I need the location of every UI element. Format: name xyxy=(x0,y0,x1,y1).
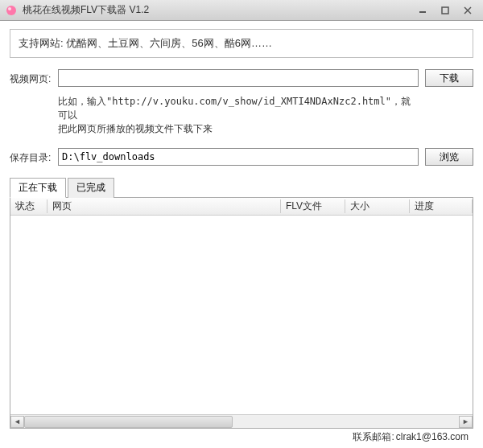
horizontal-scrollbar[interactable]: ◄ ► xyxy=(10,414,473,428)
maximize-button[interactable] xyxy=(435,3,456,18)
supported-sites-box: 支持网站: 优酷网、土豆网、六间房、56网、酷6网…… xyxy=(10,29,473,58)
browse-button[interactable]: 浏览 xyxy=(425,148,473,166)
table-header: 状态 网页 FLV文件 大小 进度 xyxy=(10,198,473,216)
downloads-table: 状态 网页 FLV文件 大小 进度 ◄ ► xyxy=(10,198,473,429)
close-button[interactable] xyxy=(457,3,478,18)
scroll-thumb[interactable] xyxy=(24,416,233,428)
th-webpage[interactable]: 网页 xyxy=(47,199,281,213)
scroll-left-arrow[interactable]: ◄ xyxy=(10,416,24,428)
minimize-button[interactable] xyxy=(412,3,433,18)
tab-bar: 正在下载 已完成 xyxy=(10,177,473,198)
svg-point-0 xyxy=(6,6,16,15)
th-status[interactable]: 状态 xyxy=(10,199,47,213)
download-button[interactable]: 下载 xyxy=(425,69,473,87)
video-url-input[interactable] xyxy=(58,69,419,87)
svg-point-1 xyxy=(8,7,11,10)
save-dir-input[interactable] xyxy=(58,148,419,166)
th-size[interactable]: 大小 xyxy=(345,199,410,213)
title-bar: 桃花在线视频FLV下载器 V1.2 xyxy=(0,0,483,21)
save-dir-label: 保存目录: xyxy=(10,148,58,165)
table-body xyxy=(10,216,473,414)
contact-label: 联系邮箱: xyxy=(353,430,394,444)
app-icon xyxy=(5,4,18,17)
tab-downloading[interactable]: 正在下载 xyxy=(10,178,66,198)
svg-rect-3 xyxy=(442,7,448,14)
scroll-right-arrow[interactable]: ► xyxy=(459,416,473,428)
video-url-hint: 比如，输入"http://v.youku.com/v_show/id_XMTI4… xyxy=(58,92,419,143)
status-bar: 联系邮箱: clrak1@163.com xyxy=(10,429,473,445)
video-url-label: 视频网页: xyxy=(10,69,58,86)
tab-completed[interactable]: 已完成 xyxy=(68,178,114,198)
th-flvfile[interactable]: FLV文件 xyxy=(281,199,345,213)
th-progress[interactable]: 进度 xyxy=(410,199,473,213)
window-title: 桃花在线视频FLV下载器 V1.2 xyxy=(23,3,411,17)
contact-email: clrak1@163.com xyxy=(396,431,469,442)
supported-sites-text: 支持网站: 优酷网、土豆网、六间房、56网、酷6网…… xyxy=(19,37,272,49)
